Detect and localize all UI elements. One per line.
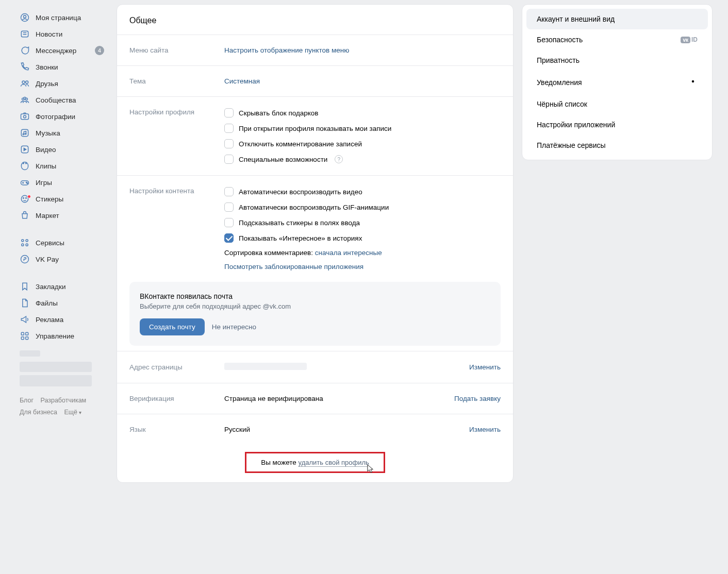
nav-item-phone[interactable]: Звонки <box>15 59 108 75</box>
nav-label: Файлы <box>36 299 58 307</box>
manage-icon <box>20 331 30 341</box>
nav-item-market[interactable]: Маркет <box>15 207 108 224</box>
svg-point-21 <box>26 198 27 199</box>
change-address-link[interactable]: Изменить <box>469 363 501 371</box>
theme-value[interactable]: Системная <box>224 77 260 85</box>
nav-item-sticker[interactable]: Стикеры <box>15 191 108 207</box>
nav-item-game[interactable]: Игры <box>15 174 108 191</box>
svg-point-18 <box>27 183 28 184</box>
profile-opt-label-0: Скрывать блок подарков <box>239 109 319 117</box>
tab-label: Уведомления <box>537 78 582 87</box>
tab-1[interactable]: БезопасностьvкID <box>526 29 708 50</box>
file-icon <box>20 298 30 308</box>
nav-item-newspaper[interactable]: Новости <box>15 26 108 42</box>
tab-2[interactable]: Приватность <box>526 50 708 71</box>
nav-item-file[interactable]: Файлы <box>15 295 108 311</box>
content-opt-checkbox-3[interactable] <box>224 233 234 243</box>
svg-point-12 <box>25 133 26 134</box>
video-icon <box>20 144 30 155</box>
svg-rect-10 <box>21 129 28 136</box>
tab-5[interactable]: Настройки приложений <box>526 114 708 135</box>
content-opt-label-1: Автоматически воспроизводить GIF-анимаци… <box>239 204 389 211</box>
nav-label: Моя страница <box>36 14 81 22</box>
content-opt-checkbox-0[interactable] <box>224 187 234 196</box>
create-mail-button[interactable]: Создать почту <box>140 318 205 335</box>
profile-opt-checkbox-2[interactable] <box>224 139 234 148</box>
content-opt-label-3: Показывать «Интересное» в историях <box>239 234 362 242</box>
dismiss-mail-button[interactable]: Не интересно <box>212 323 256 331</box>
svg-point-24 <box>22 244 24 246</box>
content-opt-checkbox-1[interactable] <box>224 202 234 212</box>
verification-label: Верификация <box>129 395 216 402</box>
page-title: Общее <box>117 5 513 35</box>
content-opt-checkbox-2[interactable] <box>224 218 234 227</box>
nav-item-ads[interactable]: Реклама <box>15 311 108 328</box>
cursor-icon <box>367 464 374 474</box>
svg-point-14 <box>23 163 24 164</box>
nav-item-bookmark[interactable]: Закладки <box>15 278 108 295</box>
game-icon <box>20 177 30 188</box>
nav-item-video[interactable]: Видео <box>15 141 108 158</box>
profile-opt-checkbox-1[interactable] <box>224 124 234 133</box>
market-icon <box>20 210 30 221</box>
nav-label: Управление <box>36 332 74 340</box>
footer-dev[interactable]: Разработчикам <box>41 397 87 404</box>
nav-label: Клипы <box>36 162 56 170</box>
nav-label: Друзья <box>36 80 58 88</box>
phone-icon <box>20 62 30 72</box>
tab-6[interactable]: Платёжные сервисы <box>526 135 708 156</box>
comment-sort-value[interactable]: сначала интересные <box>315 249 382 257</box>
pay-icon <box>20 254 30 264</box>
sticker-icon <box>20 194 30 204</box>
nav-item-photo[interactable]: Фотографии <box>15 108 108 125</box>
tab-3[interactable]: Уведомления <box>526 71 708 94</box>
nav-item-chat[interactable]: Мессенджер4 <box>15 42 108 59</box>
profile-opt-label-2: Отключить комментирование записей <box>239 140 362 148</box>
site-menu-label: Меню сайта <box>129 46 216 54</box>
svg-point-23 <box>26 240 28 242</box>
page-address-label: Адрес страницы <box>129 363 216 371</box>
profile-opt-checkbox-0[interactable] <box>224 108 234 117</box>
nav-item-manage[interactable]: Управление <box>15 328 108 344</box>
nav-item-music[interactable]: Музыка <box>15 125 108 141</box>
nav-item-pay[interactable]: VK Pay <box>15 251 108 267</box>
nav-item-user-circle[interactable]: Моя страница <box>15 9 108 26</box>
configure-site-menu-link[interactable]: Настроить отображение пунктов меню <box>224 46 349 54</box>
svg-point-1 <box>24 15 26 18</box>
tab-0[interactable]: Аккаунт и внешний вид <box>526 9 708 29</box>
nav-label: Звонки <box>36 63 58 71</box>
settings-general-card: Общее Меню сайта Настроить отображение п… <box>117 4 514 483</box>
footer-more[interactable]: Ещё <box>64 409 81 416</box>
svg-point-9 <box>24 115 26 118</box>
delete-profile-link[interactable]: удалить свой профиль <box>299 459 369 467</box>
content-opt-label-0: Автоматически воспроизводить видео <box>239 188 362 196</box>
help-icon[interactable]: ? <box>335 155 343 163</box>
nav-item-users[interactable]: Друзья <box>15 75 108 92</box>
nav-item-group[interactable]: Сообщества <box>15 92 108 108</box>
svg-point-22 <box>22 240 24 242</box>
gear-icon[interactable] <box>688 77 698 88</box>
svg-point-15 <box>26 163 27 164</box>
theme-label: Тема <box>129 77 216 85</box>
svg-point-3 <box>22 81 25 83</box>
submit-verification-link[interactable]: Подать заявку <box>454 395 501 402</box>
profile-opt-checkbox-3[interactable] <box>224 155 234 164</box>
language-value: Русский <box>224 426 461 433</box>
nav-label: Новости <box>36 30 62 38</box>
nav-label: Игры <box>36 179 52 187</box>
tab-label: Платёжные сервисы <box>537 141 606 149</box>
change-language-link[interactable]: Изменить <box>469 426 501 433</box>
footer-blog[interactable]: Блог <box>20 397 34 404</box>
nav-label: Сервисы <box>36 239 64 247</box>
nav-item-services[interactable]: Сервисы <box>15 234 108 251</box>
footer-biz[interactable]: Для бизнеса <box>20 409 57 416</box>
nav-label: Сообщества <box>36 96 76 104</box>
svg-point-7 <box>24 97 26 99</box>
tab-label: Чёрный список <box>537 100 587 108</box>
bookmark-icon <box>20 281 30 292</box>
content-opt-label-2: Подсказывать стикеры в полях ввода <box>239 219 360 227</box>
tab-4[interactable]: Чёрный список <box>526 94 708 114</box>
blocked-apps-link[interactable]: Посмотреть заблокированные приложения <box>224 263 363 271</box>
nav-item-clips[interactable]: Клипы <box>15 158 108 174</box>
nav-label: Фотографии <box>36 113 75 121</box>
